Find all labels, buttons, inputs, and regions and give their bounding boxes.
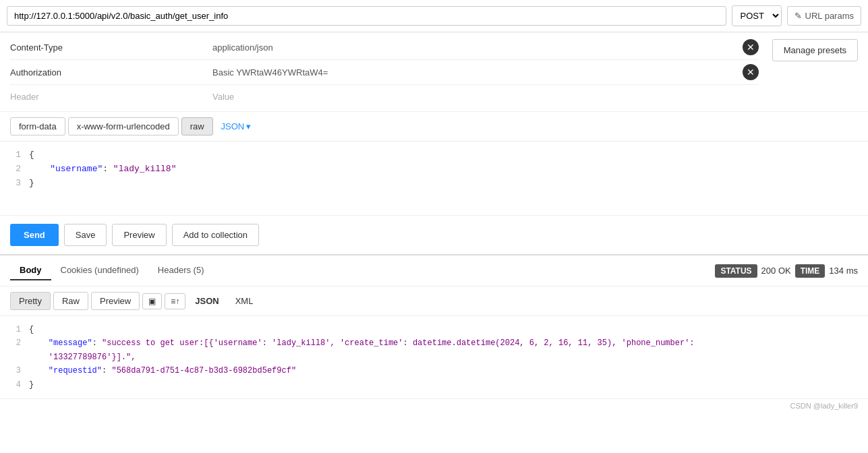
code-content-3: } bbox=[29, 177, 34, 191]
resp-format-json[interactable]: JSON bbox=[188, 293, 225, 309]
resp-content-3: "requestid": "568da791-d751-4c87-b3d3-69… bbox=[29, 364, 296, 378]
headers-section: Content-Type application/json ✕ Authoriz… bbox=[0, 32, 868, 112]
header-value-content-type: application/json bbox=[212, 40, 737, 55]
url-bar: POST ✎ URL params bbox=[0, 0, 868, 32]
resp-line-4: 4 } bbox=[10, 378, 858, 392]
tab-body[interactable]: Body bbox=[10, 261, 51, 280]
response-tabs-bar: Body Cookies (undefined) Headers (5) STA… bbox=[0, 255, 868, 286]
tab-cookies[interactable]: Cookies (undefined) bbox=[51, 261, 148, 280]
code-line-3: 3 } bbox=[10, 177, 858, 191]
time-value: 134 ms bbox=[829, 266, 858, 276]
header-row-content-type: Content-Type application/json ✕ bbox=[10, 39, 759, 60]
resp-tab-raw[interactable]: Raw bbox=[53, 292, 88, 310]
save-button[interactable]: Save bbox=[64, 224, 107, 246]
preview-button[interactable]: Preview bbox=[112, 224, 166, 246]
add-to-collection-button[interactable]: Add to collection bbox=[172, 224, 259, 246]
resp-line-2b: '13327789876'}].", bbox=[10, 351, 858, 364]
resp-tab-preview[interactable]: Preview bbox=[91, 292, 140, 310]
code-line-1: 1 { bbox=[10, 148, 858, 162]
header-placeholder-value: Value bbox=[212, 92, 234, 102]
status-label-badge: STATUS bbox=[715, 264, 757, 278]
resp-content-2b: '13327789876'}].", bbox=[29, 351, 136, 364]
resp-line-num-2b bbox=[10, 351, 21, 364]
response-body: 1 { 2 "message": "success to get user:[{… bbox=[0, 316, 868, 399]
tab-urlencoded[interactable]: x-www-form-urlencoded bbox=[68, 117, 179, 135]
tab-form-data[interactable]: form-data bbox=[10, 117, 65, 135]
time-label-badge: TIME bbox=[795, 264, 826, 278]
code-content-1: { bbox=[29, 148, 34, 162]
send-button[interactable]: Send bbox=[10, 224, 59, 246]
chevron-down-icon: ▾ bbox=[246, 121, 251, 131]
status-code: 200 OK bbox=[761, 266, 791, 276]
status-badge-area: STATUS 200 OK TIME 134 ms bbox=[715, 264, 858, 278]
json-label: JSON bbox=[221, 121, 245, 131]
wrap-icon-button[interactable]: ▣ bbox=[142, 293, 162, 309]
manage-presets-button[interactable]: Manage presets bbox=[772, 39, 858, 61]
resp-line-num-1: 1 bbox=[10, 323, 21, 336]
resp-content-2: "message": "success to get user:[{'usern… bbox=[29, 336, 695, 350]
headers-left: Content-Type application/json ✕ Authoriz… bbox=[10, 39, 759, 104]
method-select[interactable]: POST bbox=[732, 5, 782, 26]
resp-line-2: 2 "message": "success to get user:[{'use… bbox=[10, 336, 858, 350]
tab-headers[interactable]: Headers (5) bbox=[148, 261, 214, 280]
resp-line-num-4: 4 bbox=[10, 378, 21, 392]
response-body-tabs: Pretty Raw Preview ▣ ≡↑ JSON XML bbox=[0, 286, 868, 316]
resp-line-num-3: 3 bbox=[10, 364, 21, 378]
resp-line-1: 1 { bbox=[10, 323, 858, 336]
action-buttons: Send Save Preview Add to collection bbox=[0, 216, 868, 255]
resp-line-num-2: 2 bbox=[10, 336, 21, 350]
resp-tab-pretty[interactable]: Pretty bbox=[10, 292, 51, 310]
url-input[interactable] bbox=[7, 6, 726, 26]
code-line-2: 2 "username": "lady_kill8" bbox=[10, 162, 858, 177]
header-key-content-type: Content-Type bbox=[10, 40, 212, 55]
url-params-label: URL params bbox=[805, 11, 854, 21]
delete-header-authorization[interactable]: ✕ bbox=[743, 64, 759, 80]
url-params-button[interactable]: ✎ URL params bbox=[787, 6, 861, 26]
body-type-tabs: form-data x-www-form-urlencoded raw JSON… bbox=[0, 112, 868, 142]
edit-icon: ✎ bbox=[794, 11, 802, 21]
request-body-editor[interactable]: 1 { 2 "username": "lady_kill8" 3 } bbox=[0, 142, 868, 216]
watermark: CSDN @lady_killer9 bbox=[0, 399, 868, 413]
header-row-authorization: Authorization Basic YWRtaW46YWRtaW4= ✕ bbox=[10, 64, 759, 85]
resp-content-4: } bbox=[29, 378, 34, 392]
header-key-authorization: Authorization bbox=[10, 65, 212, 80]
header-placeholder-row: Header Value bbox=[10, 89, 759, 104]
delete-header-content-type[interactable]: ✕ bbox=[743, 39, 759, 55]
resp-format-xml[interactable]: XML bbox=[229, 293, 260, 309]
tab-json[interactable]: JSON ▾ bbox=[216, 118, 257, 135]
tab-raw[interactable]: raw bbox=[181, 117, 213, 135]
code-content-2: "username": "lady_kill8" bbox=[29, 162, 176, 177]
header-placeholder-key: Header bbox=[10, 92, 212, 102]
header-value-authorization: Basic YWRtaW46YWRtaW4= bbox=[212, 65, 737, 80]
line-num-1: 1 bbox=[10, 148, 21, 162]
resp-content-1: { bbox=[29, 323, 34, 336]
resp-line-3: 3 "requestid": "568da791-d751-4c87-b3d3-… bbox=[10, 364, 858, 378]
line-num-2: 2 bbox=[10, 162, 21, 177]
presets-area: Manage presets bbox=[772, 39, 858, 61]
indent-icon-button[interactable]: ≡↑ bbox=[165, 293, 185, 309]
line-num-3: 3 bbox=[10, 177, 21, 191]
